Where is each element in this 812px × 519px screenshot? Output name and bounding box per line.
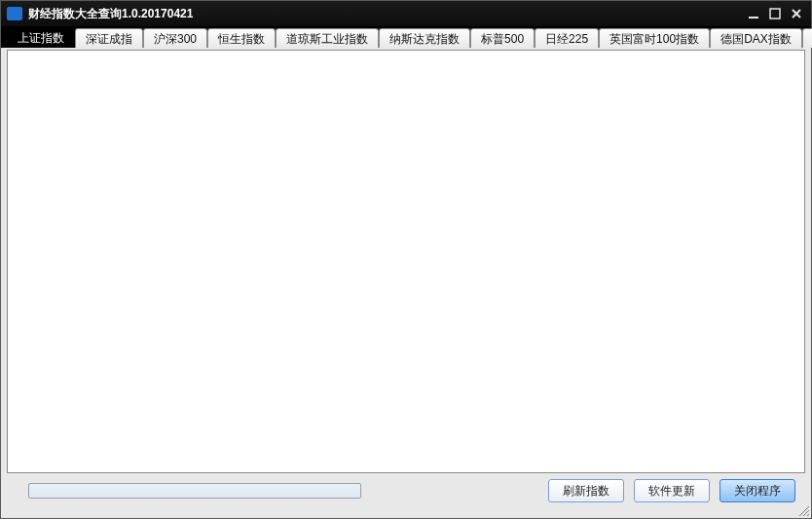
tab-label: 标普500 (481, 33, 524, 45)
tab-about[interactable]: 关于 (802, 28, 812, 48)
refresh-index-button[interactable]: 刷新指数 (548, 479, 624, 502)
tab-nasdaq[interactable]: 纳斯达克指数 (379, 28, 470, 48)
bottombar: 刷新指数 软件更新 关闭程序 (7, 477, 805, 504)
tabstrip: 上证指数 深证成指 沪深300 恒生指数 道琼斯工业指数 纳斯达克指数 标普50… (1, 26, 811, 48)
close-program-button[interactable]: 关闭程序 (720, 479, 795, 502)
tab-label: 深证成指 (86, 33, 132, 45)
svg-rect-1 (770, 9, 780, 19)
tab-hang-seng[interactable]: 恒生指数 (207, 28, 276, 48)
button-label: 软件更新 (648, 483, 695, 500)
tab-label: 道琼斯工业指数 (286, 33, 368, 45)
svg-rect-0 (749, 17, 758, 19)
tab-ftse-100[interactable]: 英国富时100指数 (599, 28, 710, 48)
tab-label: 沪深300 (154, 33, 197, 45)
tab-label: 恒生指数 (218, 33, 265, 45)
tab-shanghai-composite[interactable]: 上证指数 (7, 26, 75, 48)
maximize-button[interactable] (764, 5, 786, 22)
progress-bar (28, 483, 361, 499)
tab-label: 日经225 (545, 33, 588, 45)
resize-grip-icon[interactable] (797, 504, 809, 516)
tabs-container: 上证指数 深证成指 沪深300 恒生指数 道琼斯工业指数 纳斯达克指数 标普50… (1, 26, 812, 48)
tab-dax[interactable]: 德国DAX指数 (710, 28, 802, 48)
svg-line-8 (807, 514, 809, 516)
software-update-button[interactable]: 软件更新 (634, 479, 710, 502)
tab-label: 英国富时100指数 (609, 33, 699, 45)
minimize-button[interactable] (743, 5, 764, 22)
close-button[interactable] (786, 5, 807, 22)
tab-csi-300[interactable]: 沪深300 (143, 28, 207, 48)
tab-shenzhen-component[interactable]: 深证成指 (75, 28, 143, 48)
content-area (7, 50, 805, 473)
tab-label: 德国DAX指数 (720, 33, 792, 45)
tab-nikkei-225[interactable]: 日经225 (535, 28, 599, 48)
tab-label: 纳斯达克指数 (389, 33, 460, 45)
tab-dow-jones[interactable]: 道琼斯工业指数 (276, 28, 379, 48)
button-label: 刷新指数 (563, 483, 609, 500)
titlebar: 财经指数大全查询1.0.20170421 (1, 1, 811, 26)
app-icon (7, 7, 22, 20)
tab-label: 上证指数 (18, 32, 64, 44)
button-label: 关闭程序 (734, 483, 781, 500)
app-window: 财经指数大全查询1.0.20170421 上证指数 深证成指 沪深300 恒生指… (0, 0, 812, 519)
window-title: 财经指数大全查询1.0.20170421 (28, 6, 193, 22)
tab-sp500[interactable]: 标普500 (470, 28, 535, 48)
